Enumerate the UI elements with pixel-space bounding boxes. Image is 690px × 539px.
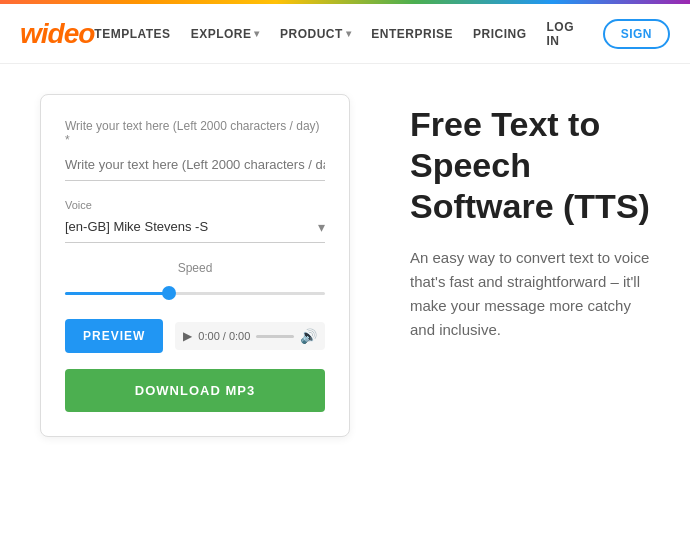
speed-track (65, 292, 325, 295)
nav-explore[interactable]: EXPLORE ▾ (191, 27, 260, 41)
speed-section: Speed (65, 261, 325, 303)
voice-label: Voice (65, 199, 325, 211)
nav-templates[interactable]: TEMPLATES (94, 27, 170, 41)
volume-icon[interactable]: 🔊 (300, 328, 317, 344)
voice-section: Voice [en-GB] Mike Stevens -S (65, 199, 325, 243)
speed-label: Speed (65, 261, 325, 275)
download-button[interactable]: DOWNLOAD MP3 (65, 369, 325, 412)
nav-pricing[interactable]: PRICING (473, 27, 527, 41)
audio-progress-bar[interactable] (256, 335, 294, 338)
play-icon[interactable]: ▶ (183, 329, 192, 343)
textarea-label: Write your text here (Left 2000 characte… (65, 119, 325, 147)
audio-player: ▶ 0:00 / 0:00 🔊 (175, 322, 325, 350)
logo[interactable]: wideo (20, 18, 94, 50)
main-nav: TEMPLATES EXPLORE ▾ PRODUCT ▾ ENTERPRISE… (94, 19, 670, 49)
description-title: Free Text to Speech Software (TTS) (410, 104, 650, 226)
header: wideo TEMPLATES EXPLORE ▾ PRODUCT ▾ ENTE… (0, 4, 690, 64)
nav-product[interactable]: PRODUCT ▾ (280, 27, 351, 41)
signup-button[interactable]: SIGN (603, 19, 670, 49)
text-input[interactable] (65, 153, 325, 181)
tts-widget: Write your text here (Left 2000 characte… (40, 94, 350, 437)
speed-thumb[interactable] (162, 286, 176, 300)
description-panel: Free Text to Speech Software (TTS) An ea… (410, 94, 650, 342)
speed-fill (65, 292, 169, 295)
controls-row: PREVIEW ▶ 0:00 / 0:00 🔊 (65, 319, 325, 353)
voice-select[interactable]: [en-GB] Mike Stevens -S (65, 215, 325, 243)
voice-select-wrapper: [en-GB] Mike Stevens -S (65, 215, 325, 243)
login-link[interactable]: LOG IN (547, 20, 583, 48)
speed-slider[interactable] (65, 283, 325, 303)
nav-enterprise[interactable]: ENTERPRISE (371, 27, 453, 41)
chevron-down-icon: ▾ (254, 28, 260, 39)
main-content: Write your text here (Left 2000 characte… (0, 64, 690, 467)
preview-button[interactable]: PREVIEW (65, 319, 163, 353)
audio-time: 0:00 / 0:00 (198, 330, 250, 342)
chevron-down-icon: ▾ (346, 28, 352, 39)
description-body: An easy way to convert text to voice tha… (410, 246, 650, 342)
